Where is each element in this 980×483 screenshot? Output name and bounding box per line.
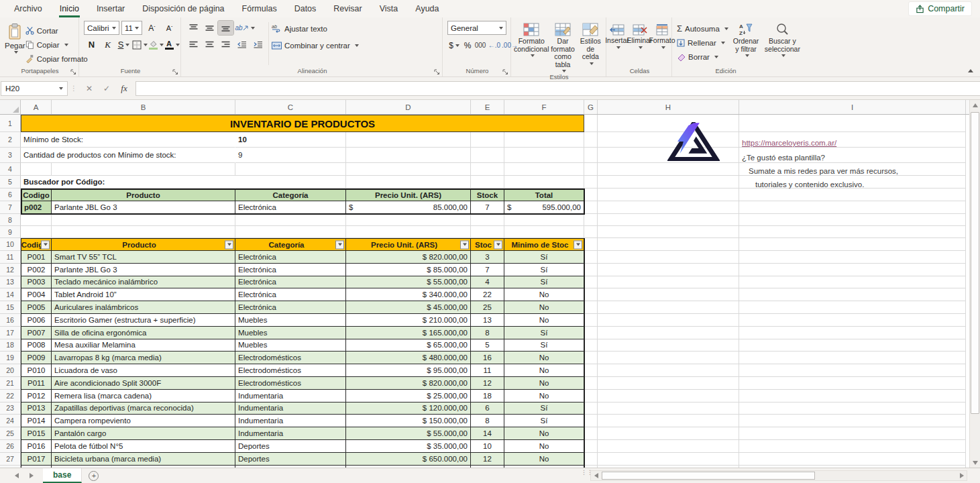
vertical-scroll-thumb[interactable] <box>971 112 979 414</box>
cell-empty[interactable] <box>584 415 598 427</box>
cell-empty[interactable] <box>739 226 966 238</box>
cell-code[interactable]: P005 <box>21 301 52 314</box>
row-header[interactable]: 7 <box>0 201 21 214</box>
cell-empty[interactable] <box>598 364 739 377</box>
column-header-I[interactable]: I <box>739 100 966 114</box>
cell-stock[interactable]: 12 <box>471 453 504 466</box>
cell-search-label[interactable]: Buscador por Código: <box>21 176 235 189</box>
cell-stock[interactable]: 10 <box>471 440 504 453</box>
cell-empty[interactable] <box>598 314 739 327</box>
cell-empty[interactable] <box>471 176 504 189</box>
cell-product[interactable]: Lavarropas 8 kg (marca media) <box>52 352 235 364</box>
row-header[interactable]: 14 <box>0 288 21 301</box>
cell-min-stock[interactable]: Sí <box>504 339 584 352</box>
cell-empty[interactable] <box>52 214 235 226</box>
cell-empty[interactable] <box>598 288 739 301</box>
prev-sheet-icon[interactable] <box>15 473 19 478</box>
cell-empty[interactable] <box>598 276 739 289</box>
row-header[interactable]: 3 <box>0 148 21 163</box>
cell-empty[interactable] <box>584 201 598 214</box>
ribbon-tab-revisar[interactable]: Revisar <box>325 0 370 17</box>
cell-category[interactable]: Indumentaria <box>235 402 346 415</box>
cell-empty[interactable] <box>504 163 584 176</box>
row-header[interactable]: 15 <box>0 301 21 314</box>
cell-price[interactable]: $ 85.000,00 <box>346 264 471 276</box>
format-cells-button[interactable]: Formato <box>651 21 673 49</box>
cell-empty[interactable] <box>739 339 966 352</box>
merge-center-button[interactable]: Combinar y centrar <box>272 38 359 52</box>
cell-empty[interactable] <box>504 226 584 238</box>
cell-price[interactable]: $ 25.000,00 <box>346 390 471 402</box>
search-header-total[interactable]: Total <box>504 189 584 201</box>
cell-product[interactable]: Licuadora de vaso <box>52 364 235 377</box>
cell-empty[interactable] <box>598 427 739 440</box>
cell-product[interactable]: Teclado mecánico inalámbrico <box>52 276 235 289</box>
insert-function-button[interactable]: fx <box>115 81 133 96</box>
cell-category[interactable]: Muebles <box>235 339 346 352</box>
increase-indent-button[interactable] <box>250 38 266 52</box>
row-header[interactable]: 11 <box>0 251 21 264</box>
align-middle-button[interactable] <box>202 21 217 35</box>
cell-empty[interactable] <box>739 189 966 201</box>
cell-category[interactable]: Electrónica <box>235 276 346 289</box>
cell-empty[interactable] <box>739 276 966 289</box>
cell-category[interactable]: Deportes <box>235 453 346 466</box>
column-header-D[interactable]: D <box>346 100 471 114</box>
currency-button[interactable]: $ <box>447 38 461 52</box>
bold-button[interactable]: N <box>84 38 99 52</box>
row-header[interactable]: 12 <box>0 264 21 276</box>
table-header-code[interactable]: Codig <box>21 238 52 251</box>
cell-empty[interactable] <box>739 264 966 276</box>
search-result-price[interactable]: $ 85.000,00 <box>346 201 471 214</box>
cell-empty[interactable] <box>584 327 598 339</box>
ribbon-tab-archivo[interactable]: Archivo <box>5 0 51 17</box>
wrap-text-button[interactable]: ab Ajustar texto <box>272 21 359 36</box>
cell-styles-button[interactable]: Estilos de celda <box>578 21 603 65</box>
fill-button[interactable]: Rellenar <box>677 36 728 50</box>
cell-code[interactable]: P010 <box>21 364 52 377</box>
cell-empty[interactable] <box>584 214 598 226</box>
scroll-right-icon[interactable] <box>957 471 967 480</box>
cell-stock[interactable]: 4 <box>471 276 504 289</box>
cell-empty[interactable] <box>584 226 598 238</box>
sheet-tab-base[interactable]: base <box>43 468 82 483</box>
filter-dropdown-icon[interactable] <box>225 240 233 249</box>
decrease-indent-button[interactable] <box>234 38 250 52</box>
cell-empty[interactable] <box>598 402 739 415</box>
row-header[interactable]: 6 <box>0 189 21 201</box>
cell-min-stock[interactable]: No <box>504 301 584 314</box>
cell-code[interactable]: P003 <box>21 276 52 289</box>
dialog-launcher-icon[interactable] <box>172 69 178 75</box>
cell-empty[interactable] <box>598 189 739 201</box>
cell-category[interactable]: Indumentaria <box>235 415 346 427</box>
cell-empty[interactable] <box>739 238 966 251</box>
cell-empty[interactable] <box>584 440 598 453</box>
borders-button[interactable] <box>132 38 148 52</box>
thousands-button[interactable]: 000 <box>474 38 486 52</box>
cell-empty[interactable] <box>584 132 598 148</box>
search-header-code[interactable]: Codigo <box>21 189 52 201</box>
dialog-launcher-icon[interactable] <box>434 69 440 75</box>
cell-empty[interactable] <box>739 201 966 214</box>
cell-empty[interactable] <box>235 214 346 226</box>
filter-dropdown-icon[interactable] <box>494 240 502 249</box>
row-header[interactable]: 5 <box>0 176 21 189</box>
cell-empty[interactable] <box>598 163 739 176</box>
cell-empty[interactable] <box>598 440 739 453</box>
cell-empty[interactable] <box>584 189 598 201</box>
cell-price[interactable]: $ 650.000,00 <box>346 453 471 466</box>
cell-empty[interactable] <box>346 176 471 189</box>
search-result-category[interactable]: Electrónica <box>235 201 346 214</box>
cell-product[interactable]: Zapatillas deportivas (marca reconocida) <box>52 402 235 415</box>
cell-stock[interactable]: 3 <box>471 251 504 264</box>
horizontal-scroll-thumb[interactable] <box>602 472 815 480</box>
font-family-select[interactable]: Calibri <box>84 21 119 35</box>
cell-code[interactable]: P017 <box>21 453 52 466</box>
cell-product[interactable]: Tablet Android 10” <box>52 288 235 301</box>
cell-price[interactable]: $ 55.000,00 <box>346 276 471 289</box>
column-header-B[interactable]: B <box>52 100 235 114</box>
cell-min-stock[interactable]: No <box>504 440 584 453</box>
cell-stock[interactable]: 8 <box>471 415 504 427</box>
cell-empty[interactable] <box>235 226 346 238</box>
cell-empty[interactable] <box>584 288 598 301</box>
